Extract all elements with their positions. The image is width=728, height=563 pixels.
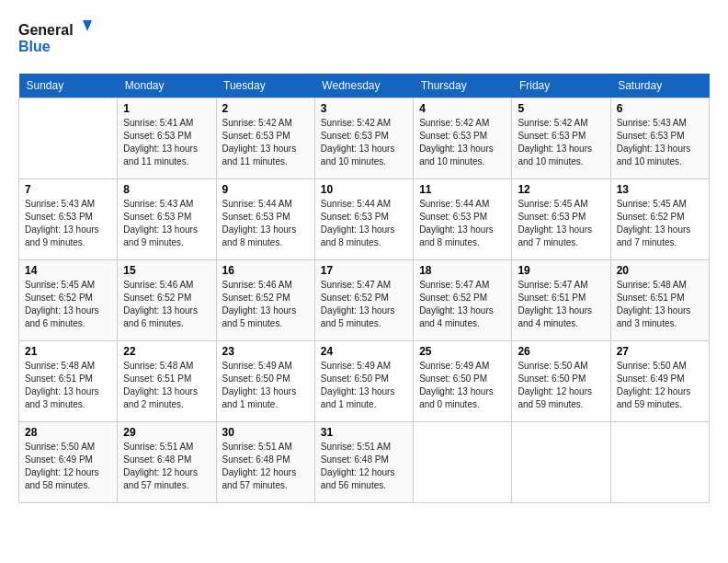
day-number: 21 [25,345,111,358]
day-number: 6 [617,102,703,115]
calendar-cell: 28Sunrise: 5:50 AM Sunset: 6:49 PM Dayli… [19,422,118,503]
calendar-cell: 7Sunrise: 5:43 AM Sunset: 6:53 PM Daylig… [19,179,118,260]
day-info: Sunrise: 5:44 AM Sunset: 6:53 PM Dayligh… [321,198,407,249]
calendar-cell: 22Sunrise: 5:48 AM Sunset: 6:51 PM Dayli… [118,341,216,422]
calendar-cell: 29Sunrise: 5:51 AM Sunset: 6:48 PM Dayli… [118,422,216,503]
calendar-table: SundayMondayTuesdayWednesdayThursdayFrid… [18,74,710,503]
day-info: Sunrise: 5:43 AM Sunset: 6:53 PM Dayligh… [25,198,111,249]
day-info: Sunrise: 5:47 AM Sunset: 6:52 PM Dayligh… [419,279,506,330]
day-number: 10 [321,183,407,196]
page-header: General Blue [18,18,710,59]
day-number: 7 [25,183,111,196]
day-info: Sunrise: 5:48 AM Sunset: 6:51 PM Dayligh… [123,360,210,411]
day-number: 13 [617,183,703,196]
calendar-week-5: 28Sunrise: 5:50 AM Sunset: 6:49 PM Dayli… [19,422,710,503]
calendar-cell: 27Sunrise: 5:50 AM Sunset: 6:49 PM Dayli… [610,341,709,422]
svg-text:General: General [18,22,74,38]
calendar-cell: 31Sunrise: 5:51 AM Sunset: 6:48 PM Dayli… [314,422,413,503]
day-info: Sunrise: 5:49 AM Sunset: 6:50 PM Dayligh… [222,360,309,411]
day-info: Sunrise: 5:42 AM Sunset: 6:53 PM Dayligh… [222,117,309,168]
calendar-cell: 21Sunrise: 5:48 AM Sunset: 6:51 PM Dayli… [19,341,118,422]
day-info: Sunrise: 5:51 AM Sunset: 6:48 PM Dayligh… [123,441,210,492]
day-number: 20 [617,264,703,277]
day-info: Sunrise: 5:46 AM Sunset: 6:52 PM Dayligh… [123,279,210,330]
day-number: 14 [25,264,111,277]
calendar-cell [610,422,709,503]
day-number: 29 [123,426,210,439]
weekday-wednesday: Wednesday [314,74,413,98]
calendar-cell: 17Sunrise: 5:47 AM Sunset: 6:52 PM Dayli… [314,260,413,341]
day-number: 11 [419,183,506,196]
calendar-cell: 26Sunrise: 5:50 AM Sunset: 6:50 PM Dayli… [512,341,610,422]
day-number: 19 [518,264,604,277]
day-info: Sunrise: 5:47 AM Sunset: 6:52 PM Dayligh… [321,279,407,330]
weekday-tuesday: Tuesday [216,74,314,98]
day-number: 1 [123,102,210,115]
day-info: Sunrise: 5:42 AM Sunset: 6:53 PM Dayligh… [518,117,604,168]
calendar-cell: 1Sunrise: 5:41 AM Sunset: 6:53 PM Daylig… [118,98,216,179]
day-info: Sunrise: 5:43 AM Sunset: 6:53 PM Dayligh… [617,117,703,168]
calendar-cell: 6Sunrise: 5:43 AM Sunset: 6:53 PM Daylig… [610,98,709,179]
day-info: Sunrise: 5:45 AM Sunset: 6:53 PM Dayligh… [518,198,604,249]
day-info: Sunrise: 5:48 AM Sunset: 6:51 PM Dayligh… [617,279,703,330]
calendar-week-1: 1Sunrise: 5:41 AM Sunset: 6:53 PM Daylig… [19,98,710,179]
day-number: 4 [419,102,506,115]
day-number: 31 [321,426,407,439]
calendar-cell: 10Sunrise: 5:44 AM Sunset: 6:53 PM Dayli… [314,179,413,260]
calendar-week-3: 14Sunrise: 5:45 AM Sunset: 6:52 PM Dayli… [19,260,710,341]
calendar-cell: 3Sunrise: 5:42 AM Sunset: 6:53 PM Daylig… [314,98,413,179]
day-number: 9 [222,183,309,196]
day-number: 24 [321,345,407,358]
day-info: Sunrise: 5:50 AM Sunset: 6:49 PM Dayligh… [617,360,703,411]
calendar-cell: 24Sunrise: 5:49 AM Sunset: 6:50 PM Dayli… [314,341,413,422]
day-info: Sunrise: 5:42 AM Sunset: 6:53 PM Dayligh… [321,117,407,168]
calendar-cell: 8Sunrise: 5:43 AM Sunset: 6:53 PM Daylig… [118,179,216,260]
calendar-cell: 18Sunrise: 5:47 AM Sunset: 6:52 PM Dayli… [414,260,512,341]
logo-svg: General Blue [18,18,92,59]
calendar-body: 1Sunrise: 5:41 AM Sunset: 6:53 PM Daylig… [19,98,710,503]
day-info: Sunrise: 5:50 AM Sunset: 6:50 PM Dayligh… [518,360,604,411]
day-info: Sunrise: 5:45 AM Sunset: 6:52 PM Dayligh… [25,279,111,330]
day-number: 23 [222,345,309,358]
day-info: Sunrise: 5:51 AM Sunset: 6:48 PM Dayligh… [321,441,407,492]
day-number: 30 [222,426,309,439]
day-number: 17 [321,264,407,277]
calendar-cell [414,422,512,503]
weekday-thursday: Thursday [414,74,512,98]
calendar-week-4: 21Sunrise: 5:48 AM Sunset: 6:51 PM Dayli… [19,341,710,422]
day-info: Sunrise: 5:43 AM Sunset: 6:53 PM Dayligh… [123,198,210,249]
day-info: Sunrise: 5:47 AM Sunset: 6:51 PM Dayligh… [518,279,604,330]
day-info: Sunrise: 5:45 AM Sunset: 6:52 PM Dayligh… [617,198,703,249]
calendar-cell: 11Sunrise: 5:44 AM Sunset: 6:53 PM Dayli… [414,179,512,260]
day-info: Sunrise: 5:42 AM Sunset: 6:53 PM Dayligh… [419,117,506,168]
calendar-week-2: 7Sunrise: 5:43 AM Sunset: 6:53 PM Daylig… [19,179,710,260]
day-number: 25 [419,345,506,358]
day-number: 16 [222,264,309,277]
calendar-cell: 9Sunrise: 5:44 AM Sunset: 6:53 PM Daylig… [216,179,314,260]
calendar-cell: 13Sunrise: 5:45 AM Sunset: 6:52 PM Dayli… [610,179,709,260]
day-info: Sunrise: 5:44 AM Sunset: 6:53 PM Dayligh… [419,198,506,249]
calendar-cell [19,98,118,179]
day-number: 12 [518,183,604,196]
day-info: Sunrise: 5:51 AM Sunset: 6:48 PM Dayligh… [222,441,309,492]
calendar-cell: 5Sunrise: 5:42 AM Sunset: 6:53 PM Daylig… [512,98,610,179]
weekday-header-row: SundayMondayTuesdayWednesdayThursdayFrid… [19,74,710,98]
calendar-cell: 12Sunrise: 5:45 AM Sunset: 6:53 PM Dayli… [512,179,610,260]
calendar-cell: 16Sunrise: 5:46 AM Sunset: 6:52 PM Dayli… [216,260,314,341]
logo: General Blue [18,18,92,59]
day-info: Sunrise: 5:49 AM Sunset: 6:50 PM Dayligh… [321,360,407,411]
day-number: 22 [123,345,210,358]
calendar-cell: 2Sunrise: 5:42 AM Sunset: 6:53 PM Daylig… [216,98,314,179]
day-number: 26 [518,345,604,358]
day-number: 5 [518,102,604,115]
day-info: Sunrise: 5:48 AM Sunset: 6:51 PM Dayligh… [25,360,111,411]
svg-text:Blue: Blue [18,39,51,54]
calendar-cell: 14Sunrise: 5:45 AM Sunset: 6:52 PM Dayli… [19,260,118,341]
day-info: Sunrise: 5:46 AM Sunset: 6:52 PM Dayligh… [222,279,309,330]
day-number: 18 [419,264,506,277]
day-info: Sunrise: 5:44 AM Sunset: 6:53 PM Dayligh… [222,198,309,249]
calendar-cell: 4Sunrise: 5:42 AM Sunset: 6:53 PM Daylig… [414,98,512,179]
weekday-monday: Monday [118,74,216,98]
day-info: Sunrise: 5:41 AM Sunset: 6:53 PM Dayligh… [123,117,210,168]
svg-marker-2 [83,20,92,31]
